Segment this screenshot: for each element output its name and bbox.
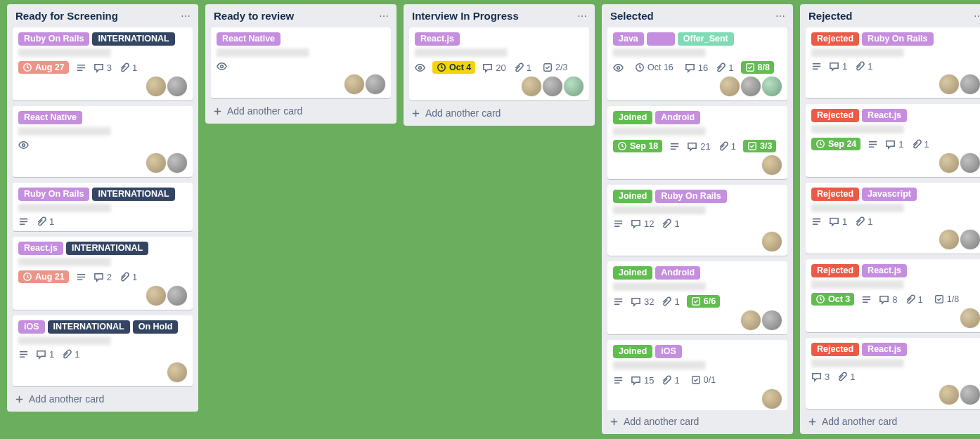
avatar[interactable] [167,77,187,96]
avatar[interactable] [762,155,782,175]
list-title[interactable]: Ready for Screening [15,10,118,22]
card-label[interactable]: Rejected [811,188,859,201]
card[interactable]: iOSINTERNATIONALOn Hold 11 [13,315,193,386]
board[interactable]: Ready for Screening ⋯ Ruby On RailsINTER… [0,0,980,439]
card[interactable]: RejectedReact.js Oct 3811/8 [806,259,980,332]
avatar[interactable] [741,77,761,96]
card[interactable]: RejectedRuby On Rails 11 [806,27,980,98]
card-label[interactable]: Rejected [811,343,859,356]
avatar[interactable] [146,77,166,96]
avatar[interactable] [741,310,761,330]
card[interactable]: RejectedJavascript 11 [806,183,980,254]
avatar[interactable] [366,74,385,94]
card[interactable]: JoinedAndroid Sep 182113/3 [607,106,787,179]
card-label[interactable]: INTERNATIONAL [66,242,148,255]
avatar[interactable] [762,232,782,251]
due-date-badge[interactable]: Oct 16 [631,61,678,74]
avatar[interactable] [167,286,187,306]
card-label[interactable]: React.js [862,109,907,122]
avatar[interactable] [960,385,980,405]
card-label[interactable]: Joined [613,266,652,280]
due-date-badge[interactable]: Oct 3 [811,293,854,306]
card-label[interactable]: On Hold [133,320,179,334]
avatar[interactable] [939,153,959,173]
card-label[interactable]: Javascript [862,188,917,201]
card-label[interactable]: Joined [613,190,652,203]
card-label[interactable]: Joined [613,345,652,358]
due-date-badge[interactable]: Aug 21 [18,270,69,283]
card[interactable]: JoinediOS 1510/1 [607,340,787,410]
card-label[interactable]: INTERNATIONAL [48,320,130,334]
add-card-button[interactable]: Add another card [602,410,793,434]
card[interactable]: React.jsINTERNATIONAL Aug 2121 [13,237,193,310]
card[interactable]: RejectedReact.js 31 [806,338,980,409]
card-label[interactable]: INTERNATIONAL [92,188,174,201]
card-label[interactable]: Android [655,266,700,280]
card-label[interactable]: Offer_Sent [678,32,734,46]
list-menu-icon[interactable]: ⋯ [181,11,191,22]
card-label[interactable]: Ruby On Rails [18,32,89,46]
card[interactable]: React Native [211,27,391,98]
avatar[interactable] [939,385,959,405]
card-label[interactable]: React Native [217,32,281,46]
card-label[interactable]: Joined [613,111,652,124]
card-label[interactable]: Ruby On Rails [18,188,89,201]
avatar[interactable] [960,308,980,328]
add-card-button[interactable]: Add another card [7,388,198,412]
avatar[interactable] [167,153,187,173]
card-label[interactable]: Ruby On Rails [862,32,933,46]
avatar[interactable] [522,77,541,96]
card[interactable]: RejectedReact.js Sep 2411 [806,104,980,177]
card-label[interactable]: Java [613,32,644,46]
card-label[interactable]: iOS [18,320,45,334]
avatar[interactable] [720,77,740,96]
card[interactable]: Ruby On RailsINTERNATIONAL Aug 2731 [13,27,193,100]
due-date-badge[interactable]: Aug 27 [18,61,69,74]
list-title[interactable]: Selected [610,10,654,22]
card-label[interactable]: React.js [18,242,63,255]
card[interactable]: JavaOffer_Sent Oct 161618/8 [607,27,787,100]
due-date-badge[interactable]: Sep 18 [613,140,662,152]
avatar[interactable] [960,74,980,94]
card[interactable]: JoinedRuby On Rails 121 [607,185,787,256]
avatar[interactable] [344,74,364,94]
card-label[interactable]: Rejected [811,264,859,277]
list-title[interactable]: Rejected [808,10,853,22]
avatar[interactable] [543,77,562,96]
card-label[interactable]: React.js [415,32,460,46]
list-title[interactable]: Interview In Progress [412,10,519,22]
card-label[interactable]: React Native [18,111,82,124]
avatar[interactable] [762,310,782,330]
list-menu-icon[interactable]: ⋯ [379,11,389,22]
avatar[interactable] [960,153,980,173]
card-label[interactable]: React.js [862,343,907,356]
card-label[interactable]: INTERNATIONAL [92,32,174,46]
add-card-button[interactable]: Add another card [404,102,595,126]
card-label[interactable]: Rejected [811,32,859,46]
card-label[interactable]: iOS [655,345,682,358]
avatar[interactable] [146,153,166,173]
list-menu-icon[interactable]: ⋯ [775,11,786,22]
avatar[interactable] [762,389,782,409]
card-label[interactable] [647,32,675,46]
add-card-button[interactable]: Add another card [205,100,396,124]
card-label[interactable]: React.js [862,264,907,277]
avatar[interactable] [762,77,782,96]
avatar[interactable] [960,230,980,249]
list-menu-icon[interactable]: ⋯ [577,11,588,22]
card[interactable]: JoinedAndroid 3216/6 [607,261,787,334]
avatar[interactable] [939,230,959,249]
avatar[interactable] [939,74,959,94]
due-date-badge[interactable]: Sep 24 [811,138,860,150]
avatar[interactable] [167,362,187,382]
card[interactable]: React.js Oct 42012/3 [409,27,589,100]
add-card-button[interactable]: Add another card [800,410,980,434]
card[interactable]: Ruby On RailsINTERNATIONAL 1 [13,183,193,231]
avatar[interactable] [146,286,166,306]
list-menu-icon[interactable]: ⋯ [974,11,980,22]
card[interactable]: React Native [13,106,193,177]
avatar[interactable] [564,77,584,96]
card-label[interactable]: Rejected [811,109,859,122]
list-title[interactable]: Ready to review [214,10,294,22]
card-label[interactable]: Android [655,111,700,124]
